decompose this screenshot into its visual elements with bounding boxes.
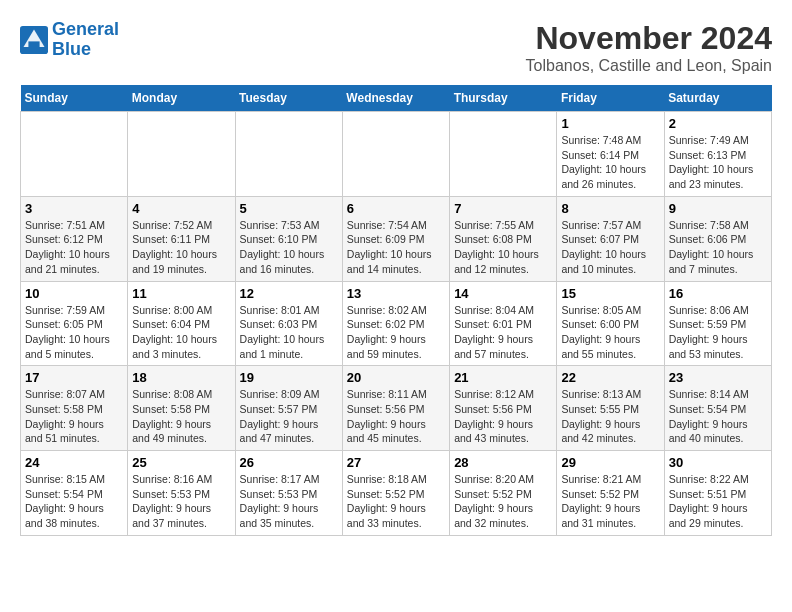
week-row-2: 10Sunrise: 7:59 AM Sunset: 6:05 PM Dayli… — [21, 281, 772, 366]
calendar-cell: 10Sunrise: 7:59 AM Sunset: 6:05 PM Dayli… — [21, 281, 128, 366]
day-info: Sunrise: 8:08 AM Sunset: 5:58 PM Dayligh… — [132, 387, 230, 446]
calendar-cell — [342, 112, 449, 197]
day-info: Sunrise: 8:15 AM Sunset: 5:54 PM Dayligh… — [25, 472, 123, 531]
calendar-cell: 14Sunrise: 8:04 AM Sunset: 6:01 PM Dayli… — [450, 281, 557, 366]
calendar-cell: 9Sunrise: 7:58 AM Sunset: 6:06 PM Daylig… — [664, 196, 771, 281]
calendar-cell: 6Sunrise: 7:54 AM Sunset: 6:09 PM Daylig… — [342, 196, 449, 281]
weekday-header-sunday: Sunday — [21, 85, 128, 112]
calendar-cell — [450, 112, 557, 197]
day-number: 10 — [25, 286, 123, 301]
calendar-cell — [128, 112, 235, 197]
day-number: 13 — [347, 286, 445, 301]
location-title: Tolbanos, Castille and Leon, Spain — [526, 57, 772, 75]
day-info: Sunrise: 7:58 AM Sunset: 6:06 PM Dayligh… — [669, 218, 767, 277]
logo-icon — [20, 26, 48, 54]
day-number: 8 — [561, 201, 659, 216]
day-info: Sunrise: 8:17 AM Sunset: 5:53 PM Dayligh… — [240, 472, 338, 531]
calendar-cell: 30Sunrise: 8:22 AM Sunset: 5:51 PM Dayli… — [664, 451, 771, 536]
day-info: Sunrise: 8:21 AM Sunset: 5:52 PM Dayligh… — [561, 472, 659, 531]
weekday-header-tuesday: Tuesday — [235, 85, 342, 112]
weekday-header-wednesday: Wednesday — [342, 85, 449, 112]
week-row-0: 1Sunrise: 7:48 AM Sunset: 6:14 PM Daylig… — [21, 112, 772, 197]
day-number: 6 — [347, 201, 445, 216]
weekday-header-monday: Monday — [128, 85, 235, 112]
calendar-cell: 26Sunrise: 8:17 AM Sunset: 5:53 PM Dayli… — [235, 451, 342, 536]
day-info: Sunrise: 8:00 AM Sunset: 6:04 PM Dayligh… — [132, 303, 230, 362]
day-info: Sunrise: 8:07 AM Sunset: 5:58 PM Dayligh… — [25, 387, 123, 446]
logo-line1: General — [52, 19, 119, 39]
day-info: Sunrise: 7:55 AM Sunset: 6:08 PM Dayligh… — [454, 218, 552, 277]
calendar-cell: 17Sunrise: 8:07 AM Sunset: 5:58 PM Dayli… — [21, 366, 128, 451]
weekday-header-friday: Friday — [557, 85, 664, 112]
calendar-cell: 4Sunrise: 7:52 AM Sunset: 6:11 PM Daylig… — [128, 196, 235, 281]
day-info: Sunrise: 8:11 AM Sunset: 5:56 PM Dayligh… — [347, 387, 445, 446]
day-number: 2 — [669, 116, 767, 131]
calendar-cell: 19Sunrise: 8:09 AM Sunset: 5:57 PM Dayli… — [235, 366, 342, 451]
day-info: Sunrise: 8:22 AM Sunset: 5:51 PM Dayligh… — [669, 472, 767, 531]
day-number: 5 — [240, 201, 338, 216]
day-number: 25 — [132, 455, 230, 470]
day-info: Sunrise: 8:14 AM Sunset: 5:54 PM Dayligh… — [669, 387, 767, 446]
calendar-cell: 15Sunrise: 8:05 AM Sunset: 6:00 PM Dayli… — [557, 281, 664, 366]
calendar-cell: 28Sunrise: 8:20 AM Sunset: 5:52 PM Dayli… — [450, 451, 557, 536]
day-info: Sunrise: 7:53 AM Sunset: 6:10 PM Dayligh… — [240, 218, 338, 277]
day-info: Sunrise: 7:54 AM Sunset: 6:09 PM Dayligh… — [347, 218, 445, 277]
calendar-table: SundayMondayTuesdayWednesdayThursdayFrid… — [20, 85, 772, 536]
day-number: 29 — [561, 455, 659, 470]
day-number: 3 — [25, 201, 123, 216]
day-info: Sunrise: 8:12 AM Sunset: 5:56 PM Dayligh… — [454, 387, 552, 446]
day-info: Sunrise: 8:05 AM Sunset: 6:00 PM Dayligh… — [561, 303, 659, 362]
calendar-cell: 27Sunrise: 8:18 AM Sunset: 5:52 PM Dayli… — [342, 451, 449, 536]
day-number: 19 — [240, 370, 338, 385]
svg-rect-2 — [28, 41, 39, 47]
day-number: 11 — [132, 286, 230, 301]
day-number: 17 — [25, 370, 123, 385]
calendar-cell: 20Sunrise: 8:11 AM Sunset: 5:56 PM Dayli… — [342, 366, 449, 451]
day-number: 12 — [240, 286, 338, 301]
weekday-header-row: SundayMondayTuesdayWednesdayThursdayFrid… — [21, 85, 772, 112]
weekday-header-thursday: Thursday — [450, 85, 557, 112]
calendar-cell: 8Sunrise: 7:57 AM Sunset: 6:07 PM Daylig… — [557, 196, 664, 281]
day-number: 22 — [561, 370, 659, 385]
weekday-header-saturday: Saturday — [664, 85, 771, 112]
day-number: 16 — [669, 286, 767, 301]
day-info: Sunrise: 8:02 AM Sunset: 6:02 PM Dayligh… — [347, 303, 445, 362]
calendar-cell: 25Sunrise: 8:16 AM Sunset: 5:53 PM Dayli… — [128, 451, 235, 536]
day-number: 15 — [561, 286, 659, 301]
day-number: 18 — [132, 370, 230, 385]
calendar-cell: 2Sunrise: 7:49 AM Sunset: 6:13 PM Daylig… — [664, 112, 771, 197]
day-number: 1 — [561, 116, 659, 131]
day-number: 9 — [669, 201, 767, 216]
day-info: Sunrise: 8:06 AM Sunset: 5:59 PM Dayligh… — [669, 303, 767, 362]
page-header: General Blue November 2024 Tolbanos, Cas… — [20, 20, 772, 75]
logo-text: General Blue — [52, 20, 119, 60]
calendar-cell: 18Sunrise: 8:08 AM Sunset: 5:58 PM Dayli… — [128, 366, 235, 451]
week-row-1: 3Sunrise: 7:51 AM Sunset: 6:12 PM Daylig… — [21, 196, 772, 281]
calendar-cell — [235, 112, 342, 197]
day-info: Sunrise: 8:09 AM Sunset: 5:57 PM Dayligh… — [240, 387, 338, 446]
calendar-cell: 23Sunrise: 8:14 AM Sunset: 5:54 PM Dayli… — [664, 366, 771, 451]
day-info: Sunrise: 8:20 AM Sunset: 5:52 PM Dayligh… — [454, 472, 552, 531]
day-number: 30 — [669, 455, 767, 470]
week-row-3: 17Sunrise: 8:07 AM Sunset: 5:58 PM Dayli… — [21, 366, 772, 451]
day-info: Sunrise: 7:57 AM Sunset: 6:07 PM Dayligh… — [561, 218, 659, 277]
day-number: 4 — [132, 201, 230, 216]
day-number: 27 — [347, 455, 445, 470]
day-number: 14 — [454, 286, 552, 301]
day-info: Sunrise: 8:04 AM Sunset: 6:01 PM Dayligh… — [454, 303, 552, 362]
calendar-cell: 16Sunrise: 8:06 AM Sunset: 5:59 PM Dayli… — [664, 281, 771, 366]
calendar-cell: 5Sunrise: 7:53 AM Sunset: 6:10 PM Daylig… — [235, 196, 342, 281]
month-title: November 2024 — [526, 20, 772, 57]
calendar-cell: 22Sunrise: 8:13 AM Sunset: 5:55 PM Dayli… — [557, 366, 664, 451]
day-info: Sunrise: 8:16 AM Sunset: 5:53 PM Dayligh… — [132, 472, 230, 531]
calendar-cell: 12Sunrise: 8:01 AM Sunset: 6:03 PM Dayli… — [235, 281, 342, 366]
day-info: Sunrise: 8:18 AM Sunset: 5:52 PM Dayligh… — [347, 472, 445, 531]
calendar-cell: 24Sunrise: 8:15 AM Sunset: 5:54 PM Dayli… — [21, 451, 128, 536]
day-info: Sunrise: 7:52 AM Sunset: 6:11 PM Dayligh… — [132, 218, 230, 277]
day-number: 24 — [25, 455, 123, 470]
calendar-cell: 7Sunrise: 7:55 AM Sunset: 6:08 PM Daylig… — [450, 196, 557, 281]
calendar-cell: 11Sunrise: 8:00 AM Sunset: 6:04 PM Dayli… — [128, 281, 235, 366]
day-info: Sunrise: 8:13 AM Sunset: 5:55 PM Dayligh… — [561, 387, 659, 446]
day-number: 7 — [454, 201, 552, 216]
day-info: Sunrise: 8:01 AM Sunset: 6:03 PM Dayligh… — [240, 303, 338, 362]
